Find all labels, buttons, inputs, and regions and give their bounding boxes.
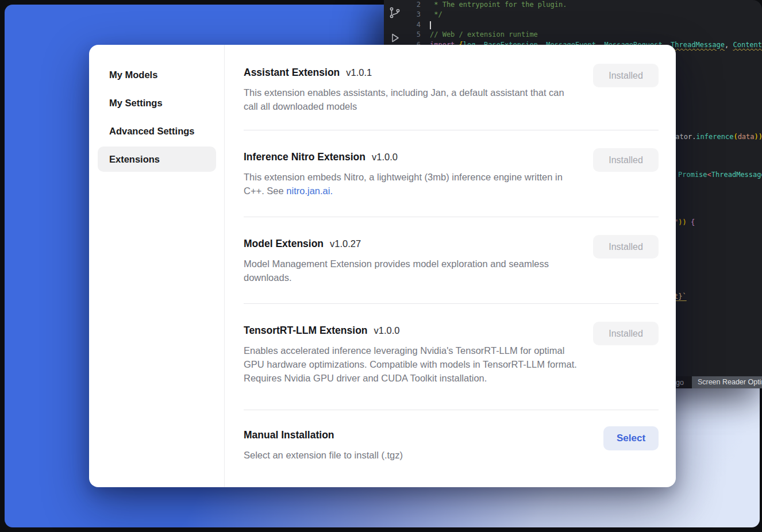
extension-row: Assistant Extensionv1.0.1This extension … — [244, 45, 659, 130]
settings-modal: My ModelsMy SettingsAdvanced SettingsExt… — [89, 45, 676, 487]
extension-title: TensortRT-LLM Extension — [244, 322, 368, 339]
extension-row: Inference Nitro Extensionv1.0.0This exte… — [244, 130, 659, 217]
source-control-icon[interactable] — [388, 6, 402, 20]
code-fragment: t}` — [674, 292, 687, 300]
nitro-jan-ai-link[interactable]: nitro.jan.ai. — [286, 186, 333, 196]
extension-title: Inference Nitro Extension — [244, 148, 365, 165]
extension-info: Inference Nitro Extensionv1.0.0This exte… — [244, 148, 580, 198]
run-debug-icon[interactable] — [388, 31, 402, 45]
code-token: ContentType — [733, 41, 762, 49]
sidebar-item-my-settings[interactable]: My Settings — [98, 90, 216, 115]
extension-title-line: Assistant Extensionv1.0.1 — [244, 64, 580, 81]
code-token: ( — [733, 133, 737, 141]
extension-description: Enables accelerated inference leveraging… — [244, 344, 580, 385]
extension-version: v1.0.1 — [346, 64, 372, 81]
code-fragment: Promise<ThreadMessage> — [678, 171, 762, 179]
extension-title-line: Manual Installation — [244, 426, 403, 444]
extension-row: TensortRT-LLM Extensionv1.0.0Enables acc… — [244, 304, 659, 410]
select-file-button[interactable]: Select — [603, 426, 659, 450]
extension-title: Model Extension — [244, 235, 324, 252]
extension-version: v1.0.0 — [372, 148, 398, 165]
status-text-fragment: go — [676, 379, 684, 387]
extension-title-line: TensortRT-LLM Extensionv1.0.0 — [244, 322, 580, 339]
code-token: ThreadMessage — [711, 171, 762, 179]
extension-title: Assistant Extension — [244, 64, 340, 81]
settings-sidebar: My ModelsMy SettingsAdvanced SettingsExt… — [89, 45, 225, 487]
installed-button[interactable]: Installed — [593, 148, 659, 172]
screen-reader-status-chip[interactable]: Screen Reader Optimized — [692, 376, 762, 388]
desktop-canvas: 2 * The entrypoint for the plugin.3 */45… — [0, 0, 762, 532]
sidebar-divider — [224, 45, 225, 487]
sidebar-item-my-models[interactable]: My Models — [98, 62, 216, 87]
code-token: )) — [755, 133, 762, 141]
installed-button[interactable]: Installed — [593, 322, 659, 345]
code-text: * The entrypoint for the plugin. — [430, 0, 567, 10]
code-fragment: rator.inference(data)); — [671, 133, 762, 141]
code-token: )) — [678, 218, 691, 226]
sidebar-item-extensions[interactable]: Extensions — [98, 147, 216, 172]
installed-button[interactable]: Installed — [593, 64, 659, 87]
text-cursor — [430, 21, 431, 29]
code-token: inference — [696, 133, 733, 141]
extension-info: TensortRT-LLM Extensionv1.0.0Enables acc… — [244, 322, 580, 385]
extension-info: Manual InstallationSelect an extension f… — [244, 426, 403, 462]
code-editor-lines[interactable]: 2 * The entrypoint for the plugin.3 */45… — [406, 0, 762, 50]
extension-title-line: Inference Nitro Extensionv1.0.0 — [244, 148, 580, 165]
extension-description: Model Management Extension provides mode… — [244, 257, 580, 284]
extension-title: Manual Installation — [244, 426, 334, 444]
extension-version: v1.0.0 — [374, 322, 400, 339]
code-token: t}` — [674, 292, 687, 300]
extension-description: Select an extension file to install (.tg… — [244, 448, 403, 462]
code-line: 3 */ — [406, 10, 762, 20]
installed-button[interactable]: Installed — [593, 235, 659, 259]
code-line: 2 * The entrypoint for the plugin. — [406, 0, 762, 10]
code-token: // Web / extension runtime — [430, 30, 538, 38]
extension-title-line: Model Extensionv1.0.27 — [244, 235, 580, 252]
code-token: ThreadMessage — [671, 41, 725, 49]
code-text: */ — [430, 10, 442, 20]
line-number: 4 — [406, 20, 430, 30]
code-line: 5// Web / extension runtime — [406, 30, 762, 40]
line-number: 5 — [406, 30, 430, 40]
code-text: // Web / extension runtime — [430, 30, 538, 40]
extension-description: This extension embeds Nitro, a lightweig… — [244, 170, 580, 198]
code-token: data — [738, 133, 755, 141]
code-fragment: ")) { — [674, 218, 695, 226]
code-token: * The entrypoint for the plugin. — [430, 1, 567, 9]
line-number: 2 — [406, 0, 430, 10]
code-token: */ — [430, 10, 442, 18]
code-token: Promise — [678, 171, 707, 179]
line-number: 3 — [406, 10, 430, 20]
sidebar-item-advanced-settings[interactable]: Advanced Settings — [98, 118, 216, 144]
code-line: 4 — [406, 20, 762, 30]
code-token: < — [707, 171, 711, 179]
extension-description: This extension enables assistants, inclu… — [244, 86, 580, 113]
extension-info: Model Extensionv1.0.27Model Management E… — [244, 235, 580, 284]
extension-row: Model Extensionv1.0.27Model Management E… — [244, 217, 659, 303]
extensions-list: Assistant Extensionv1.0.1This extension … — [225, 45, 676, 487]
code-text — [430, 20, 431, 30]
code-token: { — [691, 218, 695, 226]
code-token: , — [725, 41, 733, 49]
extension-row: Manual InstallationSelect an extension f… — [244, 410, 659, 473]
extension-version: v1.0.27 — [330, 235, 361, 252]
extension-info: Assistant Extensionv1.0.1This extension … — [244, 64, 580, 113]
